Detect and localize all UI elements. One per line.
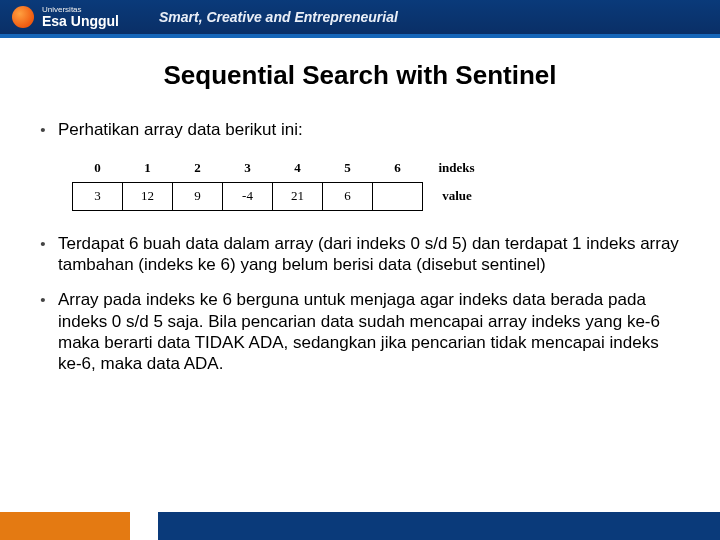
- index-label: indeks: [423, 154, 476, 182]
- slide-title: Sequential Search with Sentinel: [0, 60, 720, 91]
- logo-icon: [12, 6, 34, 28]
- brand-text: Universitas Esa Unggul: [42, 6, 119, 28]
- value-cell: 21: [273, 182, 323, 210]
- bullet-2-text: Terdapat 6 buah data dalam array (dari i…: [58, 233, 684, 276]
- value-label: value: [423, 182, 476, 210]
- bullet-2: • Terdapat 6 buah data dalam array (dari…: [36, 233, 684, 276]
- value-cell: 12: [123, 182, 173, 210]
- footer-orange-block: [0, 512, 130, 540]
- slide-header: Universitas Esa Unggul Smart, Creative a…: [0, 0, 720, 38]
- bullet-3: • Array pada indeks ke 6 berguna untuk m…: [36, 289, 684, 374]
- index-cell: 4: [273, 154, 323, 182]
- array-table: 0 1 2 3 4 5 6 indeks 3 12 9 -4 21 6 valu…: [72, 154, 476, 211]
- footer-blue-block: [158, 512, 720, 540]
- value-cell: 3: [73, 182, 123, 210]
- index-cell: 5: [323, 154, 373, 182]
- index-cell: 3: [223, 154, 273, 182]
- brand: Universitas Esa Unggul: [12, 6, 119, 28]
- bullet-dot-icon: •: [36, 121, 50, 140]
- bullet-1-text: Perhatikan array data berikut ini:: [58, 119, 684, 140]
- bullet-3-text: Array pada indeks ke 6 berguna untuk men…: [58, 289, 684, 374]
- slide-body: • Perhatikan array data berikut ini: 0 1…: [0, 119, 720, 374]
- index-row: 0 1 2 3 4 5 6 indeks: [73, 154, 476, 182]
- value-row: 3 12 9 -4 21 6 value: [73, 182, 476, 210]
- value-cell: 9: [173, 182, 223, 210]
- value-cell: [373, 182, 423, 210]
- bullet-dot-icon: •: [36, 291, 50, 310]
- index-cell: 2: [173, 154, 223, 182]
- value-cell: 6: [323, 182, 373, 210]
- index-cell: 1: [123, 154, 173, 182]
- brand-univ-name: Esa Unggul: [42, 14, 119, 28]
- slide-footer: [0, 512, 720, 540]
- value-cell: -4: [223, 182, 273, 210]
- bullet-dot-icon: •: [36, 235, 50, 254]
- index-cell: 6: [373, 154, 423, 182]
- footer-spacer: [130, 512, 159, 540]
- bullet-1: • Perhatikan array data berikut ini:: [36, 119, 684, 140]
- index-cell: 0: [73, 154, 123, 182]
- array-diagram: 0 1 2 3 4 5 6 indeks 3 12 9 -4 21 6 valu…: [72, 154, 684, 211]
- tagline: Smart, Creative and Entrepreneurial: [159, 9, 398, 25]
